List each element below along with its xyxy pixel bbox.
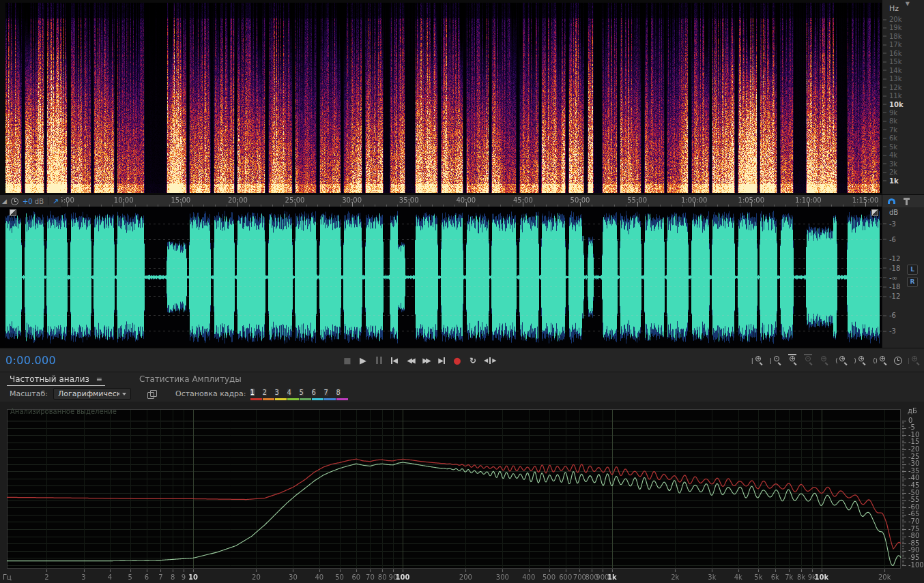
freq-tick-1k: 1k [889, 177, 899, 184]
panel-menu-icon[interactable]: ≡ [96, 375, 102, 384]
timeline-ruler[interactable]: 5:0010:0015:0020:0025:0030:0035:0040:004… [0, 194, 924, 208]
stop-button[interactable]: ■ [343, 355, 352, 367]
db-tick-2: -12 [889, 254, 900, 262]
db-tick-1: -6 [889, 235, 896, 243]
db-tick-0: -3 [889, 220, 896, 227]
frame-hold-button-5[interactable]: 5 [300, 388, 311, 400]
gain-db-unit: dB [33, 198, 44, 205]
freq-tick-2k: 2k [889, 168, 897, 176]
envelope-icon[interactable]: ◢ [2, 198, 7, 205]
frame-hold-button-8[interactable]: 8 [336, 388, 348, 400]
db-tick-8: -3 [889, 327, 896, 335]
freq-tick-16k: 16k [889, 49, 902, 57]
freq-tick-19k: 19k [889, 24, 902, 31]
play-button[interactable]: ▶ [358, 355, 368, 367]
time-label-25:00: 25:00 [285, 196, 305, 204]
record-button[interactable]: ● [452, 355, 462, 367]
frame-hold-color [250, 398, 262, 400]
frequency-plot[interactable] [0, 402, 924, 583]
freq-tick-18k: 18k [889, 32, 902, 40]
zoom-selection-left-button[interactable]: ⟨+ [835, 355, 849, 367]
zoom-toolbar: |+|-+-+⟨+⟩+⟨⟩+|+ [751, 348, 921, 372]
time-label-1:00:00: 1:00:00 [681, 196, 708, 204]
zoom-in-amplitude-button[interactable]: + [788, 355, 798, 367]
db-tick-6: -12 [889, 293, 900, 300]
frame-hold-number: 7 [324, 389, 328, 396]
fade-out-handle[interactable] [871, 209, 878, 216]
scale-select[interactable]: Логарифмический [53, 388, 131, 400]
freq-tick-5k: 5k [889, 143, 897, 150]
frame-hold-color [324, 398, 336, 400]
frame-hold-color [336, 398, 348, 400]
reset-zoom-button[interactable]: + [820, 355, 830, 367]
panel-collapse-icon[interactable]: ▼ [906, 1, 910, 7]
transport-buttons: ■▶◀◀◀▶▶▶●↻◀▶ [343, 348, 496, 372]
channel-button-R[interactable]: R [907, 277, 918, 287]
copy-graph-button[interactable] [147, 390, 156, 398]
freq-tick-17k: 17k [889, 41, 902, 48]
time-label-35:00: 35:00 [399, 196, 419, 204]
frame-hold-color [312, 398, 323, 400]
db-tick-5: -18 [889, 283, 900, 290]
time-label-1:15:00: 1:15:00 [852, 196, 879, 204]
frame-hold-number: 2 [263, 389, 267, 396]
zoom-out-time-button[interactable]: |- [770, 355, 783, 367]
frame-hold-color [287, 398, 299, 400]
marker-pin-icon[interactable] [904, 198, 910, 205]
time-display[interactable]: 0:00.000 [5, 348, 56, 372]
audio-editor-window: ▼ Hz 20k19k18k17k16k15k14k13k12k11k10k9k… [0, 0, 924, 583]
loop-playback-button[interactable]: ↻ [468, 355, 478, 367]
frame-hold-button-4[interactable]: 4 [287, 388, 299, 400]
frame-hold-number: 6 [312, 389, 316, 396]
zoom-selection-right-button[interactable]: ⟩+ [854, 355, 867, 367]
fast-forward-button[interactable]: ▶▶ [421, 355, 431, 367]
tab-label: Статистика Амплитуды [139, 374, 242, 384]
freq-tick-10k: 10k [889, 100, 904, 108]
ruler-right-tools [882, 195, 924, 207]
analyzed-selection-label: Анализированное выделение [10, 408, 117, 415]
fade-in-handle[interactable] [10, 209, 16, 216]
frame-hold-button-3[interactable]: 3 [275, 388, 287, 400]
zoom-in-time-button[interactable]: |+ [751, 355, 764, 367]
time-label-10:00: 10:00 [114, 196, 134, 204]
freq-tick-7k: 7k [889, 125, 897, 133]
frame-hold-button-6[interactable]: 6 [312, 388, 323, 400]
db-tick-4: -∞ [889, 273, 897, 281]
scale-label: Масштаб: [10, 389, 48, 398]
snap-magnet-icon[interactable] [888, 198, 895, 204]
frame-hold-button-7[interactable]: 7 [324, 388, 336, 400]
freq-tick-4k: 4k [889, 151, 897, 159]
timer-button[interactable] [894, 355, 902, 367]
zoom-full-button[interactable]: |+ [908, 355, 921, 367]
tab-amplitude-statistics[interactable]: Статистика Амплитуды [135, 373, 246, 387]
rewind-button[interactable]: ◀◀ [405, 355, 415, 367]
clock-icon[interactable] [11, 198, 18, 205]
freq-tick-13k: 13k [889, 75, 902, 83]
analysis-controls: Масштаб: Логарифмический Остановка кадра… [0, 386, 924, 402]
skip-to-start-button[interactable]: ◀ [390, 355, 399, 367]
spectrogram-display[interactable] [5, 3, 882, 193]
frequency-unit-label: Hz [889, 4, 899, 13]
waveform-panel: dB -3-6-12-18-∞-18-12-6-3LR [0, 207, 924, 348]
skip-selection-button[interactable]: ◀▶ [484, 355, 496, 367]
freq-tick-9k: 9k [889, 108, 897, 116]
gain-db-number: +0 [23, 198, 33, 205]
tab-frequency-analysis[interactable]: Частотный анализ ≡ [5, 373, 106, 387]
time-label-1:05:00: 1:05:00 [738, 196, 765, 204]
frame-hold-number: 4 [287, 389, 291, 396]
waveform-display[interactable] [5, 208, 882, 346]
frame-hold-buttons: 12345678 [250, 388, 348, 400]
gain-value[interactable]: +0 dB [23, 198, 44, 205]
pause-button[interactable] [374, 355, 384, 367]
marker-arrow-icon[interactable]: ↗ [53, 198, 59, 205]
time-label-50:00: 50:00 [571, 196, 590, 204]
skip-to-end-button[interactable]: ▶ [437, 355, 446, 367]
zoom-out-amplitude-button[interactable]: - [804, 355, 814, 367]
freq-tick-15k: 15k [889, 58, 902, 65]
amplitude-unit-label: dB [889, 209, 898, 216]
zoom-to-selection-button[interactable]: ⟨⟩+ [873, 355, 889, 367]
frame-hold-button-1[interactable]: 1 [250, 388, 262, 400]
frame-hold-button-2[interactable]: 2 [263, 388, 274, 400]
chevron-down-icon [122, 393, 126, 395]
channel-button-L[interactable]: L [907, 265, 918, 275]
